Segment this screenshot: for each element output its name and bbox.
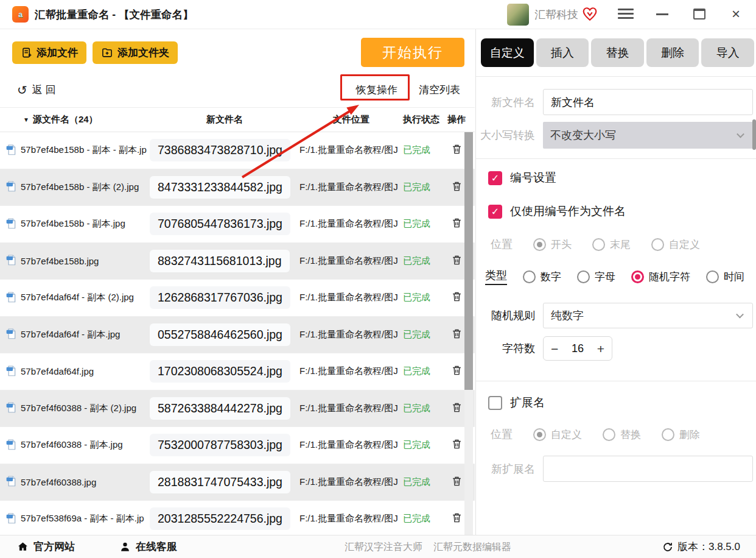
tab-导入[interactable]: 导入 [701, 38, 754, 67]
column-status: 执行状态 [403, 114, 443, 125]
new-extension-input[interactable] [543, 456, 753, 482]
new-file-name-cell: 7532000787758303.jpg [150, 434, 299, 456]
radio-时间[interactable]: 时间 [706, 270, 744, 284]
menu-button[interactable] [618, 9, 634, 21]
undo-icon: ↺ [17, 85, 27, 96]
status-badge: 已完成 [403, 366, 443, 377]
file-location: F:/1.批量重命名教程/图J [299, 476, 403, 488]
file-type-icon [5, 437, 21, 453]
source-file-name: 57b7ef4daf64f - 副本 (2).jpg [21, 292, 150, 303]
extension-checkbox[interactable] [488, 396, 502, 410]
radio-数字[interactable]: 数字 [523, 270, 561, 284]
radio-circle-icon[interactable] [706, 270, 719, 283]
add-folder-button[interactable]: 添加文件夹 [93, 41, 178, 64]
new-file-name-cell: 1262868317767036.jpg [150, 286, 299, 309]
radio-circle-icon [651, 238, 664, 251]
radio-字母[interactable]: 字母 [577, 270, 615, 284]
new-name-label: 新文件名 [476, 95, 543, 110]
radio-删除: 删除 [662, 428, 700, 442]
table-row[interactable]: 57b7ef4daf64f - 副本.jpg 0552758846462560.… [0, 317, 475, 354]
random-rule-field-row: 随机规则 纯数字 [476, 303, 753, 328]
table-row[interactable]: 57b7ef538f69a - 副本 - 副本.jp 2031285552224… [0, 501, 475, 535]
official-website-link[interactable]: 官方网站 [17, 540, 75, 554]
radio-circle-icon[interactable] [631, 270, 644, 283]
status-badge: 已完成 [403, 439, 443, 451]
clear-list-button[interactable]: 清空列表 [419, 83, 460, 97]
table-scrollbar[interactable] [464, 132, 473, 535]
footer-bar: 官方网站 在线客服 汇帮汉字注音大师 汇帮元数据编辑器 版本：3.8.5.0 [0, 535, 756, 558]
pinyin-master-link[interactable]: 汇帮汉字注音大师 [345, 541, 422, 554]
undo-back-button[interactable]: ↺ 返 回 [17, 83, 56, 97]
restore-operation-button[interactable]: 恢复操作 [356, 83, 397, 97]
vip-heart-icon[interactable] [582, 6, 598, 24]
table-row[interactable]: 57b7ef4be158b - 副本 (2).jpg 8473331233844… [0, 169, 475, 207]
table-row[interactable]: 57b7ef4be158b.jpg 8832743115681013.jpg F… [0, 243, 475, 280]
table-row[interactable]: 57b7ef4be158b - 副本 - 副本.jp 7386883473828… [0, 132, 475, 169]
file-type-icon [5, 253, 21, 269]
numbering-checkbox[interactable] [488, 171, 502, 185]
metadata-editor-link[interactable]: 汇帮元数据编辑器 [433, 541, 511, 554]
source-file-name: 57b7ef4f60388 - 副本.jpg [21, 439, 150, 451]
column-action: 操作 [443, 114, 470, 125]
add-file-button[interactable]: 添加文件 [12, 41, 86, 64]
new-file-name-cell: 1702308068305524.jpg [150, 360, 299, 383]
stepper-plus-button[interactable]: + [597, 342, 604, 355]
file-location: F:/1.批量重命名教程/图J [299, 292, 403, 303]
radio-circle-icon[interactable] [577, 270, 590, 283]
stepper-minus-button[interactable]: − [551, 342, 558, 355]
status-badge: 已完成 [403, 403, 443, 414]
case-convert-select[interactable]: 不改变大小写 [543, 122, 753, 149]
new-name-field-row: 新文件名 [476, 89, 753, 115]
maximize-button[interactable] [693, 9, 705, 19]
file-location: F:/1.批量重命名教程/图J [299, 513, 403, 524]
file-location: F:/1.批量重命名教程/图J [299, 403, 403, 414]
column-source[interactable]: ▼ 源文件名（24） [5, 114, 150, 125]
file-location: F:/1.批量重命名教程/图J [299, 329, 403, 341]
radio-circle-icon[interactable] [523, 270, 536, 283]
version-info: 版本：3.8.5.0 [662, 540, 740, 554]
table-row[interactable]: 57b7ef4f60388 - 副本 (2).jpg 5872633884442… [0, 390, 475, 428]
status-badge: 已完成 [403, 329, 443, 341]
case-convert-label: 大小写转换 [476, 128, 543, 143]
tab-删除[interactable]: 删除 [646, 38, 699, 67]
tab-替换[interactable]: 替换 [591, 38, 644, 67]
random-rule-select[interactable]: 纯数字 [543, 303, 753, 328]
file-location: F:/1.批量重命名教程/图J [299, 144, 403, 156]
file-type-icon [5, 290, 21, 306]
new-file-name-cell: 5872633884442278.jpg [150, 397, 299, 420]
radio-自定义: 自定义 [533, 428, 582, 442]
stepper-value[interactable]: 16 [572, 342, 584, 355]
table-row[interactable]: 57b7ef4daf64f - 副本 (2).jpg 1262868317767… [0, 280, 475, 317]
table-scrollbar-thumb[interactable] [464, 132, 473, 390]
close-button[interactable]: × [729, 7, 743, 21]
radio-随机字符[interactable]: 随机字符 [631, 270, 690, 284]
app-logo-icon: a [12, 6, 29, 23]
radio-circle-icon [533, 428, 546, 441]
radio-circle-icon [662, 428, 674, 441]
panel-scrollbar-thumb[interactable] [752, 119, 756, 150]
radio-末尾: 末尾 [592, 238, 631, 252]
radio-开头: 开头 [533, 238, 572, 252]
tab-自定义[interactable]: 自定义 [481, 38, 534, 67]
ext-position-label: 位置 [491, 427, 513, 442]
new-name-input[interactable] [543, 89, 753, 115]
new-file-name-cell: 2031285552224756.jpg [150, 507, 299, 530]
file-table-rows: 57b7ef4be158b - 副本 - 副本.jp 7386883473828… [0, 132, 475, 535]
minimize-button[interactable] [656, 13, 668, 15]
start-execute-button[interactable]: 开始执行 [361, 38, 464, 67]
table-row[interactable]: 57b7ef4f60388 - 副本.jpg 7532000787758303.… [0, 427, 475, 464]
user-avatar[interactable] [507, 4, 529, 26]
new-file-name-cell: 7076805447836173.jpg [150, 213, 299, 235]
table-row[interactable]: 57b7ef4be158b - 副本.jpg 7076805447836173.… [0, 206, 475, 243]
list-actions-row: ↺ 返 回 恢复操作 清空列表 [0, 76, 475, 107]
table-row[interactable]: 57b7ef4f60388.jpg 2818831747075433.jpg F… [0, 464, 475, 501]
source-file-name: 57b7ef538f69a - 副本 - 副本.jp [21, 513, 150, 524]
tab-插入[interactable]: 插入 [536, 38, 589, 67]
app-window: a 汇帮批量重命名 - 【文件重命名】 汇帮科技 × 添加文件 添加文件夹 [0, 0, 756, 558]
status-badge: 已完成 [403, 513, 443, 524]
refresh-icon[interactable] [662, 542, 673, 553]
person-icon [119, 541, 131, 553]
table-row[interactable]: 57b7ef4daf64f.jpg 1702308068305524.jpg F… [0, 353, 475, 390]
only-numbering-checkbox[interactable] [488, 205, 502, 219]
online-support-link[interactable]: 在线客服 [119, 540, 177, 554]
